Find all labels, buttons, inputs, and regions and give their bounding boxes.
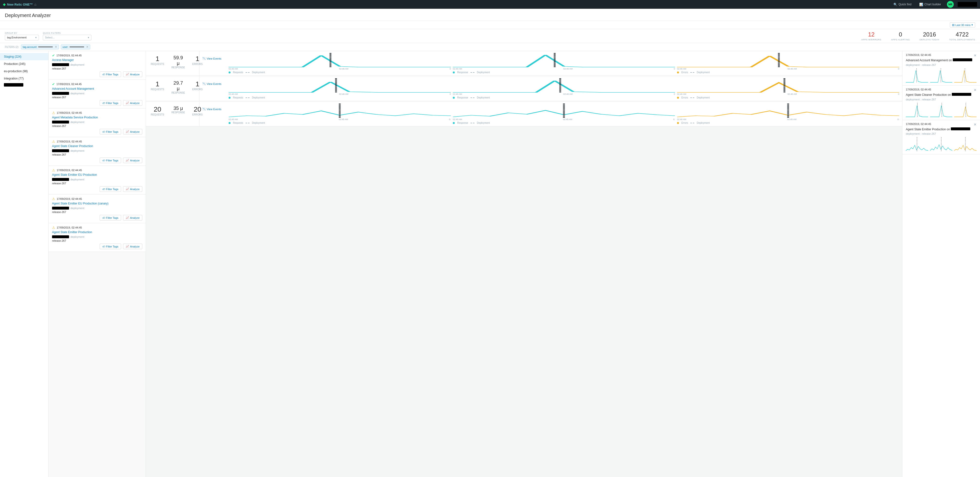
- right-mini-chart-errors-2: [954, 103, 977, 118]
- errors-chart-2: 02:40 AM 02:46 AM 0 Errors Deployment: [677, 78, 899, 99]
- filter-tags-button[interactable]: 🏷 Filter Tags: [100, 243, 121, 249]
- quick-filters-select[interactable]: Select... ▾: [43, 35, 91, 40]
- metric-requests-value: 1: [151, 80, 164, 88]
- chevron-down-icon: ▾: [88, 36, 89, 39]
- filter-chip-account: tag.account: ✕: [21, 45, 59, 49]
- calendar-icon: ▤: [952, 23, 955, 27]
- right-panel-deploy-label-2: deployment : release-267: [906, 98, 977, 101]
- analyze-button[interactable]: 📈 Analyze: [123, 72, 142, 77]
- deploy-name[interactable]: Access Manager: [52, 58, 142, 62]
- deploy-version: release-267: [52, 239, 142, 242]
- view-events-button-3[interactable]: 📉 View Events: [202, 105, 227, 111]
- legend-deployment-line: [471, 123, 474, 123]
- main-layout: Staging (224) Production (245) eu-produc…: [0, 51, 980, 477]
- right-panel-item-3: 17/09/2019, 02:44:45 ✕ Agent State Emitt…: [902, 120, 980, 154]
- requests-chart-2: 02:40 AM 02:46 AM 0 Requests Deployment: [229, 78, 451, 99]
- sidebar-item-production[interactable]: Production (245): [0, 60, 48, 68]
- stat-apps-alerting-label: APPS ALERTING: [891, 38, 910, 41]
- legend-errors-dot: [677, 72, 679, 73]
- chart-graphs-3: 📉 View Events 02:40: [199, 102, 902, 126]
- group-by-select[interactable]: tag.Environment ▾: [5, 35, 39, 40]
- deploy-time: 17/09/2019, 02:44:45: [57, 197, 82, 200]
- metric-requests-value: 1: [151, 55, 164, 63]
- analyze-button[interactable]: 📈 Analyze: [123, 215, 142, 221]
- user-avatar[interactable]: NR: [947, 1, 954, 8]
- analyze-button[interactable]: 📈 Analyze: [123, 243, 142, 249]
- active-filters-label: FILTERS (2):: [5, 46, 19, 48]
- analyze-button[interactable]: 📈 Analyze: [123, 129, 142, 134]
- filter-tags-button[interactable]: 🏷 Filter Tags: [100, 100, 121, 106]
- sidebar-item-staging[interactable]: Staging (224): [0, 53, 48, 60]
- search-icon: 🔍: [893, 3, 897, 6]
- deploy-time: 17/09/2019, 02:44:45: [57, 111, 82, 114]
- deploy-account-redacted: [52, 235, 69, 238]
- tag-icon: 🏷: [102, 216, 105, 219]
- view-events-button-1[interactable]: 📉 View Events: [202, 55, 227, 60]
- filter-tags-button[interactable]: 🏷 Filter Tags: [100, 72, 121, 77]
- analyze-button[interactable]: 📈 Analyze: [123, 157, 142, 163]
- deploy-name[interactable]: Agent Metadata Service Production: [52, 116, 142, 119]
- status-warn-icon: ⚠: [52, 226, 55, 229]
- graph-icon: 📉: [202, 57, 206, 60]
- stat-apps-errors-label: APPS W/ERRORS: [861, 38, 881, 41]
- right-panel-account-redacted: [953, 58, 972, 61]
- chart-metrics-2: 1 Requests 29.7 μ Response 1 Errors: [146, 76, 199, 101]
- deploy-name[interactable]: Agent State Emitter EU Production (canar…: [52, 202, 142, 205]
- chart-graphs-1: 📉 View Events 02:40: [199, 51, 902, 76]
- legend-deployment-line: [690, 123, 694, 123]
- right-panel-title-3: Agent State Emitter Production on: [906, 127, 977, 132]
- right-panel-close-2[interactable]: ✕: [974, 88, 977, 92]
- deploy-name[interactable]: Agent State Cleaner Production: [52, 145, 142, 148]
- chart-analyze-icon: 📈: [126, 188, 129, 191]
- filter-tags-button[interactable]: 🏷 Filter Tags: [100, 186, 121, 192]
- legend-deployment-line: [471, 97, 474, 98]
- stat-deploys-today: 2016 DEPLOYS TODAY: [920, 31, 940, 41]
- home-icon[interactable]: ⌂: [34, 2, 36, 6]
- user-name-display: [958, 2, 977, 7]
- metric-requests-label: Requests: [151, 63, 164, 65]
- response-chart-1: 02:40 AM 02:46 AM 0 Response Deployment: [453, 53, 675, 74]
- filter-tags-button[interactable]: 🏷 Filter Tags: [100, 157, 121, 163]
- right-panel-time-2: 17/09/2019, 02:44:45: [906, 88, 931, 91]
- chart-builder-button[interactable]: 📊 Chart builder: [917, 2, 943, 7]
- deployment-item-7: ⚠ 17/09/2019, 02:44:45 Agent State Emitt…: [49, 223, 146, 252]
- metric-response-label: Response: [172, 111, 185, 114]
- filter-tags-button[interactable]: 🏷 Filter Tags: [100, 129, 121, 134]
- deployment-item-4: ⚠ 17/09/2019, 02:44:45 Agent State Clean…: [49, 137, 146, 166]
- metric-requests-label: Requests: [151, 113, 164, 116]
- deploy-name[interactable]: Agent State Emitter Production: [52, 231, 142, 234]
- quick-find-label: Quick find: [899, 3, 912, 6]
- page-title: Deployment Analyzer: [5, 11, 975, 21]
- legend-errors-dot: [677, 122, 679, 124]
- legend-response-dot: [453, 97, 455, 99]
- time-range-button[interactable]: ▤ Last 30 mins ▾: [950, 22, 975, 27]
- chart-metrics-3: 20 Requests 35 μ Response 20 Errors: [146, 102, 199, 126]
- right-panel-time-1: 17/09/2019, 02:44:45: [906, 54, 931, 56]
- right-panel-close-3[interactable]: ✕: [974, 122, 977, 126]
- chip1-remove-button[interactable]: ✕: [55, 45, 57, 49]
- analyze-button[interactable]: 📈 Analyze: [123, 100, 142, 106]
- quick-filters-group: QUICK FILTERS Select... ▾: [43, 32, 91, 40]
- deploy-time: 17/09/2019, 02:44:45: [57, 140, 82, 143]
- right-panel-account-redacted: [952, 93, 971, 96]
- view-events-button-2[interactable]: 📉 View Events: [202, 80, 227, 85]
- right-mini-chart-errors-3: [954, 137, 977, 152]
- sidebar-item-eu-production[interactable]: eu-production (98): [0, 68, 48, 75]
- deploy-name[interactable]: Advanced Account Management: [52, 87, 142, 91]
- filter-tags-button[interactable]: 🏷 Filter Tags: [100, 215, 121, 221]
- analyze-button[interactable]: 📈 Analyze: [123, 186, 142, 192]
- chip2-remove-button[interactable]: ✕: [86, 45, 89, 49]
- sidebar-item-integration[interactable]: Integration (77): [0, 75, 48, 82]
- right-panel-title-1: Advanced Account Management on: [906, 58, 977, 62]
- chart-analyze-icon: 📈: [126, 130, 129, 133]
- deploy-time: 17/09/2019, 02:44:45: [56, 83, 82, 86]
- chart-row-2: 1 Requests 29.7 μ Response 1 Errors: [146, 76, 902, 101]
- right-panel-close-1[interactable]: ✕: [974, 54, 977, 57]
- right-panel-item-1: 17/09/2019, 02:44:45 ✕ Advanced Account …: [902, 51, 980, 86]
- quick-find-button[interactable]: 🔍 Quick find: [891, 2, 913, 7]
- deploy-name[interactable]: Agent State Emitter EU Production: [52, 173, 142, 176]
- deploy-type-label: deployment: [70, 149, 84, 152]
- stat-apps-alerting-value: 0: [891, 31, 910, 38]
- group-by-filter: GROUP BY tag.Environment ▾: [5, 32, 39, 40]
- nav-logo-text: New Relic ONE™: [7, 3, 33, 6]
